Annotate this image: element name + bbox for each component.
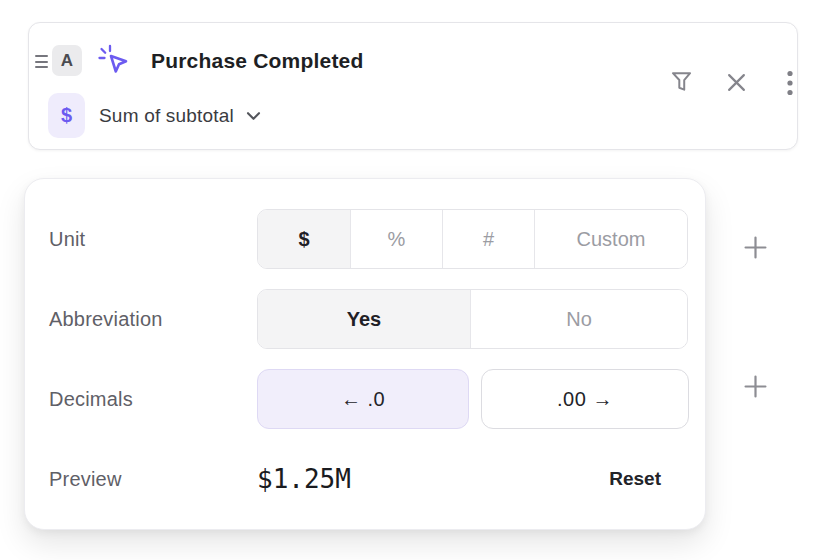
format-popover: Unit $ % # Custom Abbreviation Yes No De… [24,178,706,530]
abbreviation-option-yes[interactable]: Yes [258,290,470,348]
decimals-row-label: Decimals [49,387,133,411]
series-badge: A [52,45,82,76]
decimals-increase-button[interactable]: .00 → [481,369,689,429]
preview-row-label: Preview [49,467,122,491]
chevron-down-icon [246,111,261,121]
drag-handle-icon[interactable] [35,55,49,68]
reset-button[interactable]: Reset [609,467,661,491]
event-card: A Purchase Completed [28,22,798,150]
metric-select-dropdown[interactable]: Sum of subtotal [99,93,261,138]
unit-option-custom[interactable]: Custom [534,210,687,268]
kebab-menu-icon[interactable] [786,69,794,97]
close-icon[interactable] [726,72,747,93]
abbreviation-row-label: Abbreviation [49,307,163,331]
filter-funnel-icon[interactable] [670,70,693,93]
plus-icon-add-event[interactable] [744,375,767,398]
event-title[interactable]: Purchase Completed [151,48,364,74]
abbreviation-segmented-control: Yes No [257,289,688,349]
decimals-decrease-button[interactable]: ← .0 [257,369,469,429]
metric-label: Sum of subtotal [99,105,234,127]
unit-option-percent[interactable]: % [350,210,442,268]
plus-icon-add-filter[interactable] [744,236,767,259]
metric-editor: A Purchase Completed [0,0,826,560]
preview-value: $1.25M [257,464,351,494]
unit-option-dollar[interactable]: $ [258,210,350,268]
unit-option-number[interactable]: # [442,210,534,268]
unit-row-label: Unit [49,227,85,251]
cursor-click-icon [98,44,130,76]
abbreviation-option-no[interactable]: No [470,290,687,348]
unit-segmented-control: $ % # Custom [257,209,688,269]
metric-unit-badge: $ [48,93,85,138]
